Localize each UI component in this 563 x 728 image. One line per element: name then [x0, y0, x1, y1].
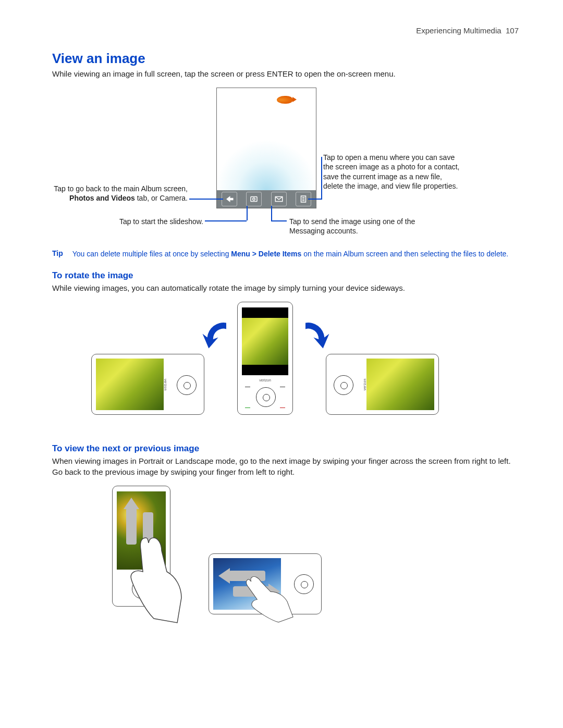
section-name: Experiencing Multimedia	[416, 26, 501, 35]
leader-line	[321, 157, 322, 200]
leader-line	[189, 199, 223, 200]
rotate-arrow-ccw-icon	[201, 317, 237, 354]
rotate-text: While viewing images, you can automatica…	[52, 283, 519, 293]
callout-back: Tap to go back to the main Album screen,…	[52, 184, 188, 203]
dpad-icon	[256, 387, 276, 407]
document-icon	[299, 194, 308, 204]
phone-brand: verizon	[238, 378, 292, 382]
water-splash-illustration	[217, 138, 316, 190]
back-arrow-icon	[225, 194, 234, 204]
callout-menu: Tap to open a menu where you can save th…	[323, 153, 464, 191]
tip-body: You can delete multiple files at once by…	[72, 249, 508, 259]
onscreen-toolbar	[217, 190, 316, 208]
intro-text: While viewing an image in full screen, t…	[52, 69, 519, 79]
heading-swipe: To view the next or previous image	[52, 443, 519, 454]
dpad-icon	[177, 375, 197, 395]
callout-slideshow: Tap to start the slideshow.	[104, 217, 203, 226]
toolbar-slideshow-button[interactable]	[246, 192, 262, 206]
svg-point-1	[253, 198, 255, 201]
leader-line	[308, 199, 321, 200]
page-number: 107	[506, 26, 519, 35]
goldfish-illustration	[277, 96, 292, 104]
heading-view-image: View an image	[52, 51, 519, 67]
hand-gesture-icon	[125, 535, 182, 624]
toolbar-send-button[interactable]	[271, 192, 287, 206]
phone-portrait: verizon	[237, 302, 293, 415]
figure-image-toolbar: Tap to go back to the main Album screen,…	[52, 88, 519, 244]
screenshot-fullscreen-image	[216, 88, 316, 208]
dpad-icon	[334, 375, 353, 395]
callout-send: Tap to send the image using one of the M…	[289, 217, 425, 236]
leader-line	[205, 220, 247, 221]
toolbar-back-button[interactable]	[222, 192, 237, 206]
page-header: Experiencing Multimedia 107	[52, 26, 519, 35]
figure-rotate: verizon verizon verizon	[52, 302, 519, 432]
svg-rect-0	[251, 197, 257, 202]
phone-brand: verizon	[363, 379, 366, 391]
envelope-icon	[274, 194, 284, 204]
phone-landscape-ccw: verizon	[91, 354, 204, 415]
flower-photo	[366, 359, 434, 410]
tip-block: Tip You can delete multiple files at onc…	[52, 249, 519, 259]
phone-brand: verizon	[164, 379, 167, 391]
figure-swipe	[52, 486, 519, 632]
phone-landscape-cw: verizon	[326, 354, 439, 415]
heading-rotate: To rotate the image	[52, 270, 519, 281]
flower-photo	[242, 318, 288, 365]
rotate-arrow-cw-icon	[295, 317, 331, 354]
leader-line	[271, 206, 272, 220]
tip-label: Tip	[52, 249, 63, 259]
flower-photo	[96, 359, 164, 410]
slideshow-icon	[249, 194, 259, 204]
leader-line	[247, 206, 248, 220]
leader-line	[271, 220, 287, 221]
swipe-text: When viewing images in Portrait or Lands…	[52, 456, 519, 477]
